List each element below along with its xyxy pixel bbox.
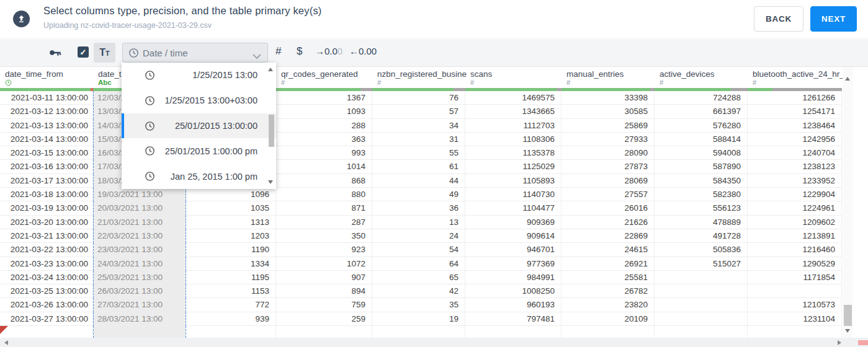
table-cell[interactable]: 587890	[655, 160, 748, 174]
table-cell[interactable]: 1231104	[748, 312, 842, 326]
table-cell[interactable]: 2021-03-19 13:00:00	[0, 201, 93, 215]
table-cell[interactable]: 26016	[562, 201, 655, 215]
table-cell[interactable]: 2021-03-13 13:00:00	[0, 119, 93, 133]
table-cell[interactable]: 27873	[562, 160, 655, 174]
dropdown-item[interactable]: 25/01/2015 13:00:00	[122, 113, 276, 139]
back-button[interactable]: BACK	[754, 6, 803, 32]
table-cell[interactable]: 1209602	[748, 216, 842, 229]
table-cell[interactable]: 2021-03-15 13:00:00	[0, 146, 93, 160]
table-cell[interactable]: 909369	[465, 216, 562, 229]
table-cell[interactable]: 1313	[186, 216, 276, 229]
table-cell[interactable]: 2021-03-16 13:00:00	[0, 160, 93, 174]
scroll-right-icon[interactable]	[838, 340, 841, 345]
column-header[interactable]: active_devices#	[655, 67, 748, 88]
column-header[interactable]: qr_codes_generated#	[276, 67, 372, 88]
table-cell[interactable]: 909614	[465, 229, 562, 243]
primary-key-icon[interactable]	[48, 46, 62, 61]
table-cell[interactable]: 21626	[562, 216, 655, 229]
table-cell[interactable]: 21/03/2021 13:00	[93, 216, 186, 229]
table-cell[interactable]: 1261266	[748, 91, 842, 105]
table-cell[interactable]: 871	[276, 201, 372, 215]
table-cell[interactable]: 960193	[465, 298, 562, 312]
table-cell[interactable]: 24/03/2021 13:00	[93, 257, 186, 271]
table-cell[interactable]: 588414	[655, 133, 748, 146]
table-cell[interactable]	[655, 271, 748, 284]
table-cell[interactable]: 1210573	[748, 298, 842, 312]
table-cell[interactable]: 34	[372, 119, 465, 133]
table-cell[interactable]: 25581	[562, 271, 655, 284]
table-cell[interactable]: 287	[276, 216, 372, 229]
table-cell[interactable]: 797481	[465, 312, 562, 326]
dropdown-scrollbar-thumb[interactable]	[269, 115, 274, 147]
table-cell[interactable]: 28090	[562, 146, 655, 160]
table-cell[interactable]: 1125029	[465, 160, 562, 174]
table-cell[interactable]: 1105893	[465, 174, 562, 188]
table-cell[interactable]: 1096	[186, 188, 276, 201]
table-cell[interactable]: 1224961	[748, 201, 842, 215]
table-cell[interactable]: 1290529	[748, 257, 842, 271]
table-cell[interactable]: 27557	[562, 188, 655, 201]
column-header[interactable]: scans#	[465, 67, 562, 88]
table-cell[interactable]: 505836	[655, 243, 748, 257]
table-cell[interactable]: 25869	[562, 119, 655, 133]
scroll-down-icon[interactable]	[845, 329, 850, 333]
table-cell[interactable]: 19	[372, 312, 465, 326]
table-cell[interactable]	[276, 326, 372, 338]
table-cell[interactable]: 1072	[276, 257, 372, 271]
vertical-scrollbar[interactable]	[843, 67, 853, 338]
table-cell[interactable]: 984991	[465, 271, 562, 284]
table-cell[interactable]: 19/03/2021 13:00	[93, 188, 186, 201]
table-cell[interactable]: 44	[372, 174, 465, 188]
table-cell[interactable]: 1229904	[748, 188, 842, 201]
table-cell[interactable]: 1104477	[465, 201, 562, 215]
currency-type-button[interactable]: $	[297, 45, 302, 58]
table-cell[interactable]: 772	[186, 298, 276, 312]
table-cell[interactable]: 2021-03-24 13:00:00	[0, 271, 93, 284]
table-cell[interactable]: 26/03/2021 13:00	[93, 284, 186, 298]
table-cell[interactable]: 65	[372, 271, 465, 284]
decrease-precision-button[interactable]: →0.00	[315, 46, 342, 56]
table-cell[interactable]: 946701	[465, 243, 562, 257]
table-cell[interactable]: 1469575	[465, 91, 562, 105]
table-cell[interactable]	[372, 326, 465, 338]
table-cell[interactable]: 350	[276, 229, 372, 243]
table-cell[interactable]: 2021-03-17 13:00:00	[0, 174, 93, 188]
table-cell[interactable]: 2021-03-25 13:00:00	[0, 284, 93, 298]
table-cell[interactable]: 31	[372, 133, 465, 146]
table-cell[interactable]: 22/03/2021 13:00	[93, 229, 186, 243]
table-cell[interactable]: 36	[372, 201, 465, 215]
table-cell[interactable]	[93, 326, 186, 338]
table-cell[interactable]: 1153	[186, 284, 276, 298]
table-cell[interactable]: 61	[372, 160, 465, 174]
table-cell[interactable]	[186, 326, 276, 338]
table-cell[interactable]: 2021-03-27 13:00:00	[0, 312, 93, 326]
table-cell[interactable]: 1108306	[465, 133, 562, 146]
dropdown-item[interactable]: 1/25/2015 13:00+03:00	[122, 88, 276, 113]
number-type-button[interactable]: #	[275, 45, 281, 58]
table-cell[interactable]: 54	[372, 243, 465, 257]
table-cell[interactable]: 1238464	[748, 119, 842, 133]
table-cell[interactable]	[655, 298, 748, 312]
scroll-left-icon[interactable]	[4, 340, 8, 345]
table-cell[interactable]: 13	[372, 216, 465, 229]
table-cell[interactable]: 478889	[655, 216, 748, 229]
table-cell[interactable]: 23820	[562, 298, 655, 312]
table-cell[interactable]: 907	[276, 271, 372, 284]
table-cell[interactable]	[562, 326, 655, 338]
table-cell[interactable]: 1334	[186, 257, 276, 271]
table-cell[interactable]: 1343665	[465, 105, 562, 118]
table-cell[interactable]: 2021-03-26 13:00:00	[0, 298, 93, 312]
horizontal-scrollbar[interactable]	[0, 338, 868, 347]
table-cell[interactable]	[748, 284, 842, 298]
table-cell[interactable]: 1135378	[465, 146, 562, 160]
table-cell[interactable]: 868	[276, 174, 372, 188]
table-cell[interactable]	[465, 326, 562, 338]
table-cell[interactable]: 923	[276, 243, 372, 257]
next-button[interactable]: NEXT	[810, 6, 857, 32]
table-cell[interactable]: 2021-03-21 13:00:00	[0, 229, 93, 243]
column-header[interactable]: nzbn_registered_busine#	[372, 67, 465, 88]
table-cell[interactable]: 1195	[186, 271, 276, 284]
table-cell[interactable]: 363	[276, 133, 372, 146]
table-cell[interactable]: 1171854	[748, 271, 842, 284]
table-cell[interactable]: 759	[276, 298, 372, 312]
